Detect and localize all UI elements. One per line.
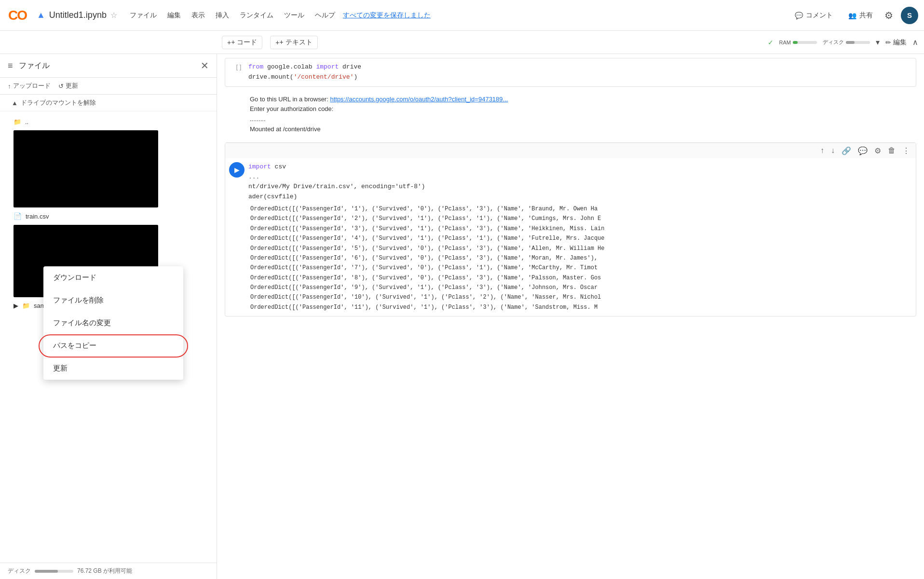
menu-file[interactable]: ファイル	[125, 8, 162, 23]
move-up-icon[interactable]: ↑	[818, 145, 826, 156]
code-row-2: ▶ import csv ... nt/drive/My Drive/train…	[225, 158, 916, 202]
output-line-5: OrderedDict([('PassengerId', '5'), ('Sur…	[250, 244, 910, 253]
drive-icon: ▲	[37, 10, 45, 20]
comment-button[interactable]: 💬 コメント	[791, 9, 837, 22]
menu-view[interactable]: 表示	[187, 8, 210, 23]
auth-link[interactable]: https://accounts.google.com/o/oauth2/aut…	[330, 96, 508, 103]
move-down-icon[interactable]: ↓	[829, 145, 837, 156]
output-row-link: Go to this URL in a browser: https://acc…	[250, 95, 910, 105]
triangle-icon: ▶	[14, 302, 18, 309]
context-copy-path[interactable]: パスをコピー	[43, 334, 183, 357]
train-csv-item[interactable]: 📄 train.csv	[0, 209, 217, 223]
context-rename[interactable]: ファイル名の変更	[43, 312, 183, 334]
sidebar-title: ファイル	[19, 61, 195, 71]
refresh-button[interactable]: ↺ 更新	[58, 82, 78, 90]
star-icon[interactable]: ☆	[110, 11, 117, 20]
context-refresh[interactable]: 更新	[43, 357, 183, 380]
settings-cell-icon[interactable]: ⚙	[872, 145, 883, 156]
code-cell-2: ↑ ↓ 🔗 💬 ⚙ 🗑 ⋮ ▶ import csv ... nt/drive/…	[225, 142, 916, 317]
sidebar-footer: ディスク 76.72 GB が利用可能	[0, 563, 217, 579]
more-icon[interactable]: ⋮	[900, 145, 912, 156]
file-title[interactable]: Untitled1.ipynb	[49, 10, 107, 20]
output-line-3: OrderedDict([('PassengerId', '3'), ('Sur…	[250, 224, 910, 234]
menu-edit[interactable]: 編集	[163, 8, 186, 23]
hamburger-icon[interactable]: ≡	[8, 61, 13, 71]
menu-tools[interactable]: ツール	[279, 8, 309, 23]
header: CO ▲ Untitled1.ipynb ☆ ファイル 編集 表示 挿入 ランタ…	[0, 0, 924, 31]
collapse-icon[interactable]: ∧	[912, 38, 918, 47]
pencil-icon: ✏	[885, 39, 891, 46]
output-data-2: OrderedDict([('PassengerId', '1'), ('Sur…	[225, 202, 916, 316]
output-row-dots: .........	[250, 114, 910, 124]
code-cell-1: [ ] from google.colab import drive drive…	[225, 58, 916, 87]
disk-indicator: ディスク	[823, 39, 870, 46]
share-button[interactable]: 👥 共有	[844, 9, 877, 22]
toolbar: + + コード + + テキスト ✓ RAM ディスク ▾ ✏ 編集 ∧	[0, 31, 924, 54]
csv-file-icon: 📄	[14, 212, 22, 220]
drive-mount-icon: ▲	[12, 99, 18, 107]
output-line-10: OrderedDict([('PassengerId', '10'), ('Su…	[250, 292, 910, 302]
dropdown-arrow-icon[interactable]: ▾	[876, 38, 880, 47]
output-cell-1: Go to this URL in a browser: https://acc…	[225, 91, 916, 138]
file-thumbnail-1	[14, 130, 158, 207]
output-line-7: OrderedDict([('PassengerId', '7'), ('Sur…	[250, 263, 910, 273]
header-right: 💬 コメント 👥 共有 ⚙ S	[791, 7, 918, 24]
link-icon[interactable]: 🔗	[840, 145, 853, 156]
menu-insert[interactable]: 挿入	[211, 8, 234, 23]
avatar[interactable]: S	[901, 7, 918, 24]
output-line-11: OrderedDict([('PassengerId', '11'), ('Su…	[250, 303, 910, 312]
upload-button[interactable]: ↑ アップロード	[8, 82, 51, 90]
folder2-icon: 📁	[22, 302, 30, 309]
output-line-6: OrderedDict([('PassengerId', '6'), ('Sur…	[250, 253, 910, 263]
sidebar-actions: ↑ アップロード ↺ 更新	[0, 78, 217, 95]
context-download[interactable]: ダウンロード	[43, 266, 183, 289]
drive-mount-button[interactable]: ▲ ドライブのマウントを解除	[0, 95, 217, 111]
menu-help[interactable]: ヘルプ	[310, 8, 340, 23]
add-text-button[interactable]: + + テキスト	[270, 36, 317, 49]
context-delete[interactable]: ファイルを削除	[43, 289, 183, 312]
comment-icon: 💬	[795, 12, 803, 19]
comment-cell-icon[interactable]: 💬	[856, 145, 870, 156]
output-line-9: OrderedDict([('PassengerId', '9'), ('Sur…	[250, 283, 910, 292]
code-content-1[interactable]: from google.colab import drive drive.mou…	[248, 62, 912, 83]
colab-logo: CO	[6, 4, 29, 27]
parent-dir-item[interactable]: 📁 ..	[0, 115, 217, 128]
output-line-8: OrderedDict([('PassengerId', '8'), ('Sur…	[250, 273, 910, 283]
output-line-1: OrderedDict([('PassengerId', '1'), ('Sur…	[250, 204, 910, 214]
settings-icon[interactable]: ⚙	[884, 10, 893, 21]
header-file-info: ▲ Untitled1.ipynb ☆	[37, 10, 117, 20]
context-menu: ダウンロード ファイルを削除 ファイル名の変更 パスをコピー 更新	[43, 266, 183, 380]
cell-toolbar-2: ↑ ↓ 🔗 💬 ⚙ 🗑 ⋮	[225, 143, 916, 158]
code-content-2[interactable]: import csv ... nt/drive/My Drive/train.c…	[245, 162, 912, 202]
edit-button[interactable]: ✏ 編集	[885, 38, 907, 47]
cell-number-1: [ ]	[229, 62, 248, 70]
connected-indicator: ✓	[768, 39, 774, 46]
header-menu: ファイル 編集 表示 挿入 ランタイム ツール ヘルプ すべての変更を保存しまし…	[125, 8, 431, 23]
toolbar-right: ✓ RAM ディスク ▾ ✏ 編集 ∧	[768, 38, 918, 47]
delete-cell-icon[interactable]: 🗑	[886, 145, 897, 156]
output-row-enter-code: Enter your authorization code:	[250, 104, 910, 114]
plus-text-icon: +	[275, 39, 279, 46]
main: ≡ ファイル ✕ ↑ アップロード ↺ 更新 ▲ ドライブのマウントを解除 📁 …	[0, 54, 924, 579]
close-icon[interactable]: ✕	[201, 60, 209, 71]
upload-icon: ↑	[8, 83, 11, 90]
refresh-icon: ↺	[58, 83, 64, 90]
output-line-2: OrderedDict([('PassengerId', '2'), ('Sur…	[250, 214, 910, 223]
add-code-button[interactable]: + + コード	[222, 36, 262, 49]
share-icon: 👥	[848, 12, 856, 19]
ram-indicator: RAM	[779, 40, 817, 45]
output-line-4: OrderedDict([('PassengerId', '4'), ('Sur…	[250, 234, 910, 243]
plus-icon: +	[227, 39, 231, 46]
run-button[interactable]: ▶	[229, 162, 245, 178]
sidebar-header: ≡ ファイル ✕	[0, 54, 217, 78]
code-area: [ ] from google.colab import drive drive…	[217, 54, 924, 579]
output-row-mounted: Mounted at /content/drive	[250, 124, 910, 135]
save-status[interactable]: すべての変更を保存しました	[343, 11, 431, 20]
sidebar: ≡ ファイル ✕ ↑ アップロード ↺ 更新 ▲ ドライブのマウントを解除 📁 …	[0, 54, 217, 579]
folder-icon: 📁	[14, 118, 21, 125]
menu-runtime[interactable]: ランタイム	[235, 8, 278, 23]
